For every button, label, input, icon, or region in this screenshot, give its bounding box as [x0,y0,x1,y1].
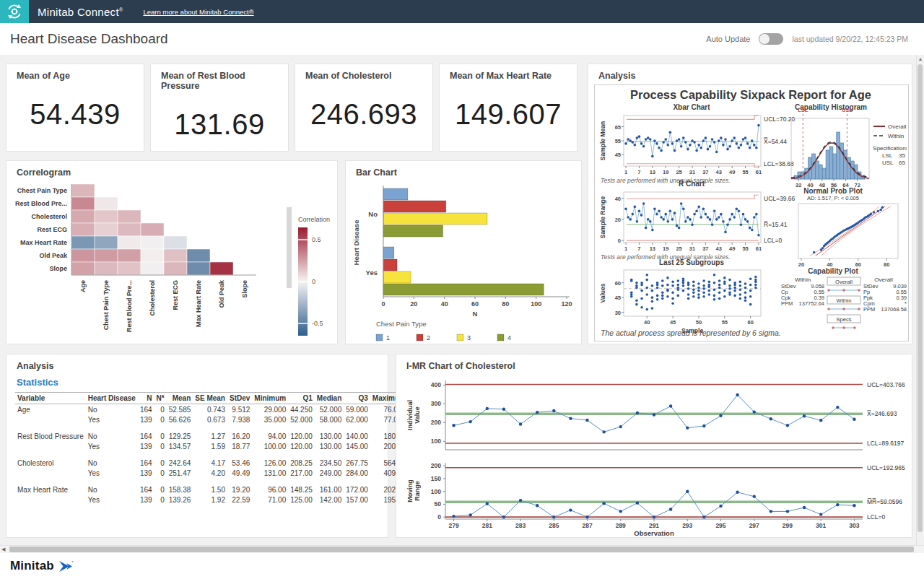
footer: Minitab [0,553,924,579]
svg-text:N: N [473,310,478,318]
svg-text:Within: Within [795,277,811,283]
svg-text:Rest Blood Pre...: Rest Blood Pre... [15,200,67,207]
svg-text:Heart Disease: Heart Disease [352,220,360,266]
kpi-value: 149.607 [440,98,577,131]
toggle-knob [759,34,770,44]
svg-text:137752.64: 137752.64 [799,300,824,307]
statistics-heading: Statistics [6,373,388,391]
vertical-scrollbar[interactable]: ▲ [916,55,924,545]
minitab-connect-logo [0,0,29,23]
svg-text:137068.58: 137068.58 [881,306,907,313]
svg-text:297: 297 [749,522,759,529]
panel-title: Correlogram [6,161,337,179]
svg-text:Range: Range [414,481,421,501]
svg-text:Xbar Chart: Xbar Chart [673,103,710,111]
last-updated-text: last updated 9/20/22, 12:45:23 PM [792,35,908,43]
dashboard-header: Heart Disease Dashboard Auto Update last… [0,23,924,56]
svg-text:Chest Pain Type: Chest Pain Type [103,280,110,330]
svg-text:287: 287 [582,522,592,529]
panel-title: Bar Chart [346,161,581,179]
svg-text:LCL=89.6197: LCL=89.6197 [867,440,905,447]
svg-text:283: 283 [515,522,526,529]
svg-text:55: 55 [742,169,748,175]
svg-text:LCL=38.68: LCL=38.68 [764,160,794,167]
svg-text:299: 299 [783,522,793,529]
svg-text:31: 31 [689,169,695,175]
svg-text:200: 200 [431,419,441,426]
svg-text:281: 281 [482,522,492,529]
kpi-label: Mean of Max Heart Rate [440,64,577,82]
svg-text:Values: Values [599,283,606,302]
svg-text:Slope: Slope [241,280,248,298]
svg-text:50: 50 [435,500,442,508]
svg-text:Normal Prob Plot: Normal Prob Plot [803,187,863,195]
svg-text:43: 43 [716,245,722,252]
analysis-statistics-panel: Analysis Statistics VariableHeart Diseas… [6,354,388,538]
vertical-scrollbar-thumb[interactable] [918,64,923,532]
svg-text:65: 65 [899,160,905,166]
kpi-label: Mean of Cholesterol [295,64,432,82]
bar-chart: NoYes020406080100120NHeart DiseaseChest … [350,178,578,347]
svg-text:Rest Blood Pre...: Rest Blood Pre... [126,280,133,332]
svg-text:37: 37 [702,169,708,175]
footer-brand-text: Minitab [10,559,54,573]
svg-text:285: 285 [549,522,559,529]
svg-text:45: 45 [670,319,676,326]
svg-text:0: 0 [381,300,385,308]
svg-text:Old Peak: Old Peak [218,279,225,308]
svg-text:Slope: Slope [49,265,67,272]
svg-text:4: 4 [507,334,511,341]
sixpack-report: Process Capability Sixpack Report for Ag… [594,84,909,341]
svg-text:Sample Mean: Sample Mean [599,121,606,160]
correlogram-panel: Correlogram Chest Pain TypeRest Blood Pr… [6,160,338,344]
svg-text:Correlation: Correlation [298,216,330,223]
svg-text:13: 13 [650,169,655,175]
svg-text:Old Peak: Old Peak [39,252,68,259]
imr-svg: 100200300400UCL=403.766X̅=246.693LCL=89.… [401,370,909,536]
svg-text:LCL=0: LCL=0 [764,237,783,244]
svg-text:PPM: PPM [863,306,875,313]
svg-text:-0.5: -0.5 [312,320,323,327]
svg-text:150: 150 [431,475,441,482]
svg-text:200: 200 [431,462,441,469]
svg-text:20: 20 [410,300,417,308]
kpi-value: 131.69 [151,108,288,141]
svg-text:55: 55 [742,245,748,252]
svg-text:295: 295 [715,522,725,529]
svg-text:1: 1 [624,245,627,252]
svg-text:55: 55 [722,319,728,326]
svg-text:279: 279 [448,522,458,529]
scroll-left-icon[interactable]: ◀ [1,547,5,552]
svg-text:Specifications: Specifications [873,145,907,152]
statistics-table: VariableHeart DiseaseNN*MeanSE MeanStDev… [6,391,388,506]
svg-text:40: 40 [441,300,448,308]
svg-text:13: 13 [650,245,655,252]
correlogram-svg: Chest Pain TypeRest Blood Pre...Choleste… [9,180,334,344]
svg-text:49: 49 [729,245,735,252]
table-row: Yes1390139.261.9222.5971.00125.00142.001… [15,495,408,505]
svg-text:19: 19 [663,245,668,252]
svg-text:R̅=15.41: R̅=15.41 [764,221,788,228]
svg-text:No: No [368,210,378,218]
page-title: Heart Disease Dashboard [10,31,168,47]
statistics-data-table: VariableHeart DiseaseNN*MeanSE MeanStDev… [15,392,408,505]
svg-text:LSL: LSL [882,152,893,159]
svg-text:UCL=39.66: UCL=39.66 [764,195,796,202]
svg-text:Age: Age [79,280,87,292]
table-row: AgeNo164052.5850.7439.51229.00044.25052.… [15,404,408,415]
scroll-up-icon[interactable]: ▲ [917,56,924,61]
svg-text:X̅=246.693: X̅=246.693 [867,410,897,417]
kpi-label: Mean of Rest Blood Pressure [151,64,288,92]
svg-text:Observation: Observation [634,529,674,536]
svg-text:40: 40 [615,196,621,202]
svg-text:Specs: Specs [837,316,852,323]
svg-text:1: 1 [624,169,627,175]
learn-more-link[interactable]: Learn more about Minitab Connect® [143,8,253,16]
horizontal-scrollbar-thumb[interactable] [9,547,914,552]
svg-text:3: 3 [467,334,471,341]
svg-text:The actual process spread is r: The actual process spread is represented… [601,328,781,337]
table-row: Max Heart RateNo1640158.381.5019.2096.00… [15,484,408,495]
auto-update-toggle[interactable] [759,33,783,45]
bar-chart-panel: Bar Chart NoYes020406080100120NHeart Dis… [345,160,582,344]
svg-text:Yes: Yes [366,269,378,277]
